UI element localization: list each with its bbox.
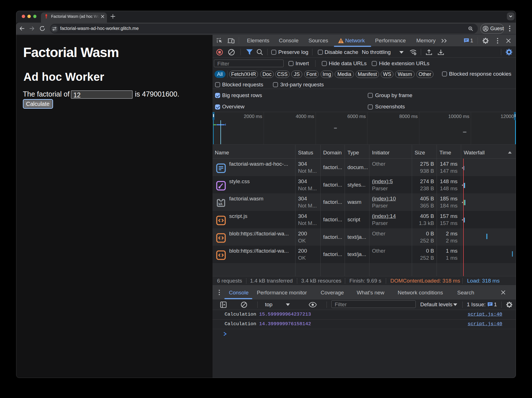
svg-text:WA: WA	[218, 202, 223, 206]
